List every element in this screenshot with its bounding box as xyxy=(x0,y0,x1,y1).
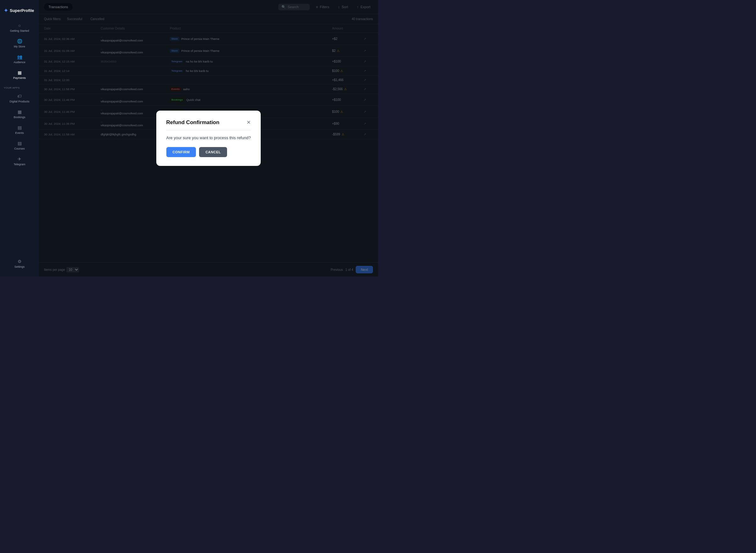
modal-close-button[interactable]: ✕ xyxy=(247,120,251,125)
modal-body: Are your sure you want to process this r… xyxy=(166,136,251,140)
settings-icon: ⚙ xyxy=(18,259,22,264)
bookings-icon: ▦ xyxy=(18,109,22,114)
sidebar-item-label: Payments xyxy=(13,76,26,79)
main-content: Transactions 🔍 Search ≡ Filters ↕ Sort ↑… xyxy=(39,0,378,276)
sidebar-item-getting-started[interactable]: ○ Getting Started xyxy=(0,20,39,35)
sidebar-bottom: ⚙ Settings xyxy=(0,256,39,271)
confirm-button[interactable]: CONFIRM xyxy=(166,147,196,157)
sidebar-item-digital-products[interactable]: 🏷 Digital Products xyxy=(0,90,39,106)
courses-icon: ▤ xyxy=(18,141,22,146)
sidebar-item-events[interactable]: ▤ Events xyxy=(0,122,39,138)
sidebar-item-label: Bookings xyxy=(13,115,25,119)
sidebar-item-audience[interactable]: 👥 Audience xyxy=(0,51,39,67)
events-icon: ▤ xyxy=(18,125,22,130)
modal-overlay: Refund Confirmation ✕ Are your sure you … xyxy=(39,0,378,276)
sidebar-item-label: Audience xyxy=(13,61,25,64)
sidebar-item-payments[interactable]: ▦ Payments xyxy=(0,67,39,83)
sidebar-item-label: Digital Products xyxy=(9,100,29,103)
modal-actions: CONFIRM CANCEL xyxy=(166,147,251,157)
sidebar-item-settings[interactable]: ⚙ Settings xyxy=(0,256,39,271)
sidebar: ✦ SuperProfile ○ Getting Started 🌐 My St… xyxy=(0,0,39,276)
sidebar-item-courses[interactable]: ▤ Courses xyxy=(0,138,39,153)
modal-header: Refund Confirmation ✕ xyxy=(166,120,251,131)
audience-icon: 👥 xyxy=(17,54,22,59)
sidebar-item-label: Courses xyxy=(14,147,25,150)
cancel-button[interactable]: CANCEL xyxy=(199,147,227,157)
sidebar-item-my-store[interactable]: 🌐 My Store xyxy=(0,35,39,51)
sidebar-item-telegram[interactable]: ✈ Telegram xyxy=(0,153,39,169)
sidebar-item-label: Telegram xyxy=(13,163,25,166)
sidebar-item-bookings[interactable]: ▦ Bookings xyxy=(0,106,39,122)
sidebar-item-label: My Store xyxy=(14,45,25,48)
modal-title: Refund Confirmation xyxy=(166,120,219,126)
app-logo: ✦ SuperProfile xyxy=(0,5,39,20)
logo-super: SuperProfile xyxy=(10,8,34,13)
refund-confirmation-modal: Refund Confirmation ✕ Are your sure you … xyxy=(156,110,261,166)
digital-products-icon: 🏷 xyxy=(17,94,22,99)
sidebar-item-label: Getting Started xyxy=(10,29,29,32)
getting-started-icon: ○ xyxy=(18,23,21,28)
sidebar-item-label: Events xyxy=(15,131,24,135)
logo-icon: ✦ xyxy=(4,8,8,13)
section-label: YOUR APPS xyxy=(0,83,39,90)
payments-icon: ▦ xyxy=(18,70,22,75)
sidebar-item-label: Settings xyxy=(14,265,25,268)
telegram-icon: ✈ xyxy=(18,156,21,161)
store-icon: 🌐 xyxy=(17,38,22,44)
